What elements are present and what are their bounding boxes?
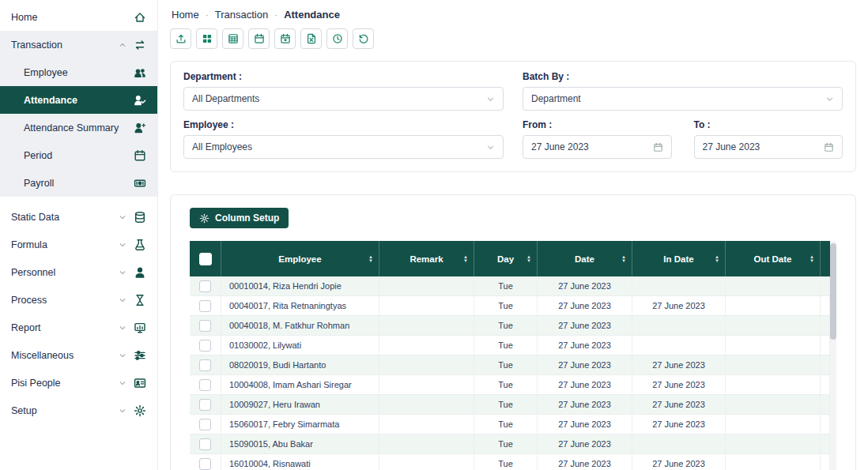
sidebar-item-personnel[interactable]: Personnel [0,258,157,286]
upload-button[interactable] [170,28,191,49]
day-column-header[interactable]: Day ▲▼ [474,241,538,276]
sidebar-item-process[interactable]: Process [0,286,157,314]
excel-icon [306,33,317,44]
in-date-column-header[interactable]: In Date ▲▼ [632,241,726,276]
out-date-cell [726,415,821,434]
date-cell: 27 June 2023 [538,375,632,394]
refresh-button[interactable] [353,28,374,49]
employee-select[interactable]: All Employees [183,135,504,159]
day-cell: Tue [474,296,538,315]
sidebar-item-icons [119,404,146,417]
breadcrumb-item-home[interactable]: Home [172,9,199,21]
truncated-cell [821,336,830,355]
date-cell: 27 June 2023 [538,355,632,374]
vertical-scrollbar[interactable] [830,241,836,470]
sidebar-item-label: Employee [24,67,68,78]
remark-cell [379,355,474,374]
chevron-down-icon [119,379,126,387]
employee-cell: 15060017, Febry Simarmata [221,415,379,434]
day-cell: Tue [474,355,538,374]
row-checkbox[interactable] [199,280,211,292]
row-checkbox-cell [190,375,221,394]
chevron-down-icon [119,213,126,221]
employee-cell: 00010014, Riza Hendri Jopie [221,276,379,295]
export-excel-button[interactable] [300,28,322,49]
date-cell: 27 June 2023 [538,434,632,453]
calendar-day-view-button[interactable] [274,28,296,49]
sidebar-item-icons [119,211,146,224]
flask-icon [134,239,146,251]
department-filter: Department : All Departments [183,71,504,111]
sidebar-item-formula[interactable]: Formula [0,231,157,258]
out-date-cell [726,355,821,374]
sidebar-item-home[interactable]: Home [0,3,157,31]
from-label: From : [523,119,672,130]
row-checkbox-cell [190,415,221,434]
employee-cell: 16010004, Risnawati [221,454,379,470]
sidebar-item-attendance[interactable]: Attendance [0,86,157,114]
gear-icon [134,404,146,417]
grid-view-button[interactable] [196,28,217,49]
sidebar-item-setup[interactable]: Setup [0,397,157,424]
calendar-view-button[interactable] [248,28,270,49]
employee-value: All Employees [192,141,486,152]
date-cell: 27 June 2023 [538,336,632,355]
out-date-cell [726,375,821,394]
in-date-cell: 27 June 2023 [632,355,726,374]
select-all-checkbox[interactable] [199,253,212,265]
sidebar-item-payroll[interactable]: Payroll [0,169,157,197]
sidebar-item-employee[interactable]: Employee [0,58,157,86]
row-checkbox[interactable] [199,340,211,352]
department-label: Department : [183,71,504,82]
to-date-input[interactable]: 27 June 2023 [694,135,843,159]
column-setup-label: Column Setup [215,212,279,224]
row-checkbox[interactable] [199,379,211,391]
clock-button[interactable] [326,28,348,49]
batch-by-select[interactable]: Department [523,87,843,111]
row-checkbox[interactable] [199,438,211,450]
sidebar-item-icons [119,39,146,51]
remark-column-header[interactable]: Remark ▲▼ [379,241,474,276]
employee-cell: 15090015, Abu Bakar [221,434,379,453]
breadcrumb-item-transaction[interactable]: Transaction [215,9,268,21]
day-cell: Tue [474,395,538,414]
scrollbar-thumb[interactable] [830,243,836,340]
from-date-input[interactable]: 27 June 2023 [523,135,672,159]
table-icon [228,33,239,44]
calendar-icon [134,149,146,162]
row-checkbox[interactable] [199,320,211,332]
out-date-column-header[interactable]: Out Date ▲▼ [726,241,821,276]
calendar-icon [254,33,265,44]
calendar-icon [824,142,834,152]
row-checkbox[interactable] [199,458,211,470]
sidebar-item-transaction[interactable]: Transaction [0,31,157,58]
chevron-down-icon [119,269,126,276]
sidebar-item-attendance-summary[interactable]: Attendance Summary [0,114,157,141]
sidebar-item-report[interactable]: Report [0,314,157,341]
table-view-button[interactable] [222,28,243,49]
row-checkbox[interactable] [199,300,211,312]
select-all-cell [190,241,221,276]
column-setup-button[interactable]: Column Setup [190,208,289,228]
row-checkbox[interactable] [199,419,211,431]
date-column-header[interactable]: Date ▲▼ [538,241,632,276]
date-range: From : 27 June 2023 To : 27 June 2023 [523,119,843,159]
sidebar-item-pisi-people[interactable]: Pisi People [0,369,157,397]
filter-panel: Department : All Departments Batch By : … [170,61,856,172]
sidebar-item-miscellaneous[interactable]: Miscellaneous [0,341,157,369]
column-label: Date [575,254,594,264]
from-filter: From : 27 June 2023 [523,119,672,159]
calendar-icon [653,142,663,152]
sidebar-item-period[interactable]: Period [0,141,157,169]
sidebar-item-icons [134,11,146,24]
gear-icon [199,213,209,224]
payroll-icon [134,177,146,190]
sidebar-item-icons [134,177,146,190]
row-checkbox[interactable] [199,359,211,371]
department-select[interactable]: All Departments [183,87,504,111]
sidebar-item-static-data[interactable]: Static Data [0,203,157,231]
batch-by-value: Department [531,93,825,104]
employee-column-header[interactable]: Employee ▲▼ [221,241,379,276]
out-date-cell [726,454,821,470]
row-checkbox[interactable] [199,399,211,411]
